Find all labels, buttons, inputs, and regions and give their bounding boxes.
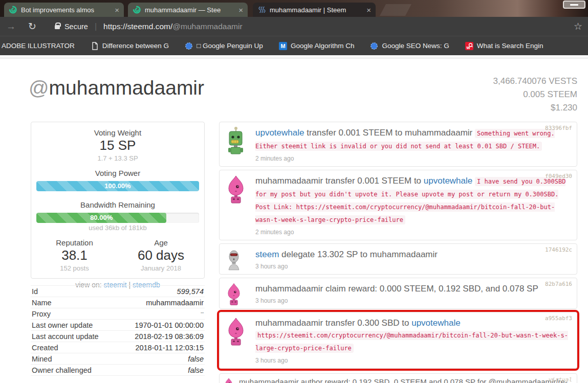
bookmark-what-is-search-engine[interactable]: What is Search Engin [465, 42, 543, 50]
table-row: Last owner update1970-01-01 00:00:00 [31, 320, 205, 331]
age-label: Age [118, 238, 204, 247]
tx-hash: 83396fbf [545, 125, 572, 131]
usd-value: $1.230 [493, 101, 577, 115]
account-link[interactable]: upvotewhale [255, 128, 304, 138]
moz-m-icon [279, 42, 287, 50]
tx-hash: 82b7a616 [545, 281, 572, 287]
transaction-card: 1746192c steem delegate 13.302 SP to muh… [219, 243, 577, 275]
transaction-card-highlighted: a955abf3 muhammadaamir transfer 0.300 SB… [219, 312, 577, 369]
voting-weight-value: 15 SP [31, 138, 204, 153]
bandwidth-sub: used 36kb of 181kb [31, 224, 204, 232]
pink-drop-avatar [225, 282, 243, 306]
tx-hash: f049ed30 [545, 173, 572, 179]
reputation-label: Reputation [31, 238, 118, 247]
forward-icon[interactable]: → [6, 21, 16, 32]
account-summary-card: Voting Weight 15 SP 1.7 + 13.3 SP Voting… [31, 122, 205, 279]
table-row: Namemuhammadaamir [31, 297, 205, 308]
prop-value: 2018-01-11 12:03:15 [135, 344, 204, 352]
blue-circle-icon [185, 42, 193, 50]
bookmark-label: ADOBE ILLUSTRATOR [2, 42, 75, 50]
tab-title: muhammadaamir — Stee [145, 6, 234, 14]
steem-value: 0.005 STEEM [493, 88, 577, 101]
bookmark-label: Difference between G [102, 42, 169, 50]
reload-icon[interactable]: ↻ [28, 20, 36, 32]
pink-drop-avatar [225, 174, 247, 204]
lock-icon [55, 25, 60, 29]
voting-weight-label: Voting Weight [31, 128, 204, 137]
bookmark-google-seo-news[interactable]: Google SEO News: G [370, 42, 449, 50]
reputation-value: 38.1 [31, 247, 118, 263]
bookmark-label: □ Google Penguin Up [197, 42, 263, 50]
steemd-page: @muhammadaamir 3,466.740076 VESTS 0.005 … [0, 55, 588, 383]
bookmark-google-penguin[interactable]: □ Google Penguin Up [185, 42, 263, 50]
tx-timestamp: 3 hours ago [255, 263, 571, 270]
minimize-button[interactable] [563, 1, 585, 9]
tab-title: Bot improvements almos [21, 6, 111, 14]
tab-title: muhammadaamir | Steem [270, 6, 362, 14]
pink-drop-avatar [225, 317, 247, 346]
reputation-block: Reputation 38.1 152 posts [31, 238, 118, 272]
voting-weight-sub: 1.7 + 13.3 SP [31, 154, 204, 162]
bookmarks-bar: ADOBE ILLUSTRATOR Difference between G □… [0, 36, 588, 55]
prop-label: Created [32, 344, 58, 352]
bookmark-adobe-illustrator[interactable]: ADOBE ILLUSTRATOR [2, 42, 75, 50]
pink-drop-avatar [224, 377, 234, 383]
tx-hash: virtual [549, 376, 572, 383]
gray-robot-avatar [225, 248, 243, 272]
address-bar-path[interactable]: @muhammadaamir [172, 22, 242, 31]
close-icon[interactable]: × [366, 6, 371, 14]
page-top-divider [0, 58, 588, 58]
new-tab-button[interactable] [380, 4, 411, 16]
bookmark-difference-between[interactable]: Difference between G [91, 42, 169, 50]
table-row: Last account update2018-02-19 08:36:09 [31, 331, 205, 342]
table-row: Created2018-01-11 12:03:15 [31, 342, 205, 353]
blue-circle-icon [370, 42, 378, 50]
tx-timestamp: 2 minutes ago [255, 229, 571, 236]
tab-1[interactable]: Bot improvements almos × [4, 3, 124, 17]
tx-memo: https://steemit.com/cryptocurrency/@muha… [255, 331, 568, 353]
bandwidth-fill: 80.00% [36, 213, 166, 223]
reputation-sub: 152 posts [31, 264, 118, 272]
green-robot-avatar [225, 126, 247, 156]
page-icon [91, 42, 99, 50]
table-row: Id599,574 [31, 286, 205, 297]
prop-value: false [188, 366, 204, 374]
prop-value: muhammadaamir [146, 299, 204, 307]
account-stats: 3,466.740076 VESTS 0.005 STEEM $1.230 [493, 75, 577, 115]
prop-value: 1970-01-01 00:00:00 [135, 321, 204, 329]
age-value: 60 days [118, 247, 204, 263]
bookmark-star-icon[interactable]: ☆ [574, 20, 582, 32]
account-name: muhammadaamir [49, 77, 204, 99]
prop-value: "" [201, 311, 204, 316]
tx-timestamp: 2 minutes ago [255, 155, 571, 162]
tx-hash: a955abf3 [545, 315, 572, 322]
prop-value: false [188, 355, 204, 363]
tab-strip: Bot improvements almos × muhammadaamir —… [0, 0, 588, 17]
tx-timestamp: 3 hours ago [255, 297, 571, 304]
bookmark-google-algorithm[interactable]: Google Algorithm Ch [279, 42, 355, 50]
tx-text: delegate 13.302 SP to muhammadaamir [279, 250, 438, 259]
tab-2[interactable]: muhammadaamir — Stee × [128, 3, 248, 17]
account-link[interactable]: upvotewhale [424, 176, 472, 186]
bookmark-label: Google Algorithm Ch [291, 42, 355, 50]
account-link[interactable]: steem [255, 250, 279, 259]
prop-label: Last account update [32, 332, 99, 341]
bookmark-label: Google SEO News: G [382, 42, 449, 50]
address-bar[interactable]: https://steemd.com/ [103, 22, 172, 31]
tx-text: muhammadaamir transfer 0.300 SBD to [255, 318, 411, 328]
at-sign: @ [29, 77, 49, 99]
transaction-card-virtual: virtual muhammadaamir author reward: 0.1… [219, 373, 577, 383]
close-icon[interactable]: × [238, 6, 243, 14]
account-link[interactable]: upvotewhale [411, 318, 460, 328]
tx-text: transfer 0.001 STEEM to muhammadaamir [304, 128, 475, 138]
bookmark-label: What is Search Engin [477, 42, 543, 50]
age-sub: January 2018 [118, 264, 204, 272]
prop-label: Mined [32, 355, 52, 363]
red-w-search-icon [465, 42, 473, 50]
bandwidth-label: Bandwidth Remaining [31, 200, 204, 209]
tab-3-active[interactable]: muhammadaamir | Steem × [253, 3, 376, 17]
close-icon[interactable]: × [115, 6, 119, 14]
steemit-logo-icon [9, 6, 17, 14]
tx-text: muhammadaamir transfer 0.001 STEEM to [255, 176, 424, 186]
voting-power-bar: 100.00% [36, 181, 199, 191]
